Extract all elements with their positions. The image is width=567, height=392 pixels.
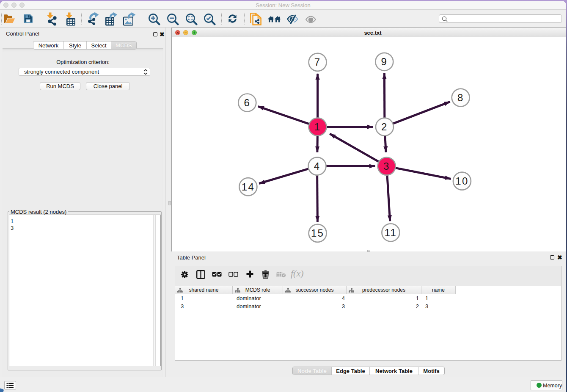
svg-text:15: 15 — [311, 227, 324, 239]
svg-text:4: 4 — [314, 160, 321, 172]
svg-text:6: 6 — [244, 97, 251, 108]
svg-text:1: 1 — [314, 121, 321, 133]
svg-text:8: 8 — [457, 92, 464, 103]
svg-text:11: 11 — [385, 227, 397, 238]
svg-text:3: 3 — [383, 160, 390, 172]
svg-text:9: 9 — [381, 56, 388, 67]
svg-text:10: 10 — [455, 175, 468, 187]
svg-text:7: 7 — [314, 56, 321, 68]
svg-text:2: 2 — [381, 121, 388, 133]
svg-text:14: 14 — [242, 181, 255, 193]
